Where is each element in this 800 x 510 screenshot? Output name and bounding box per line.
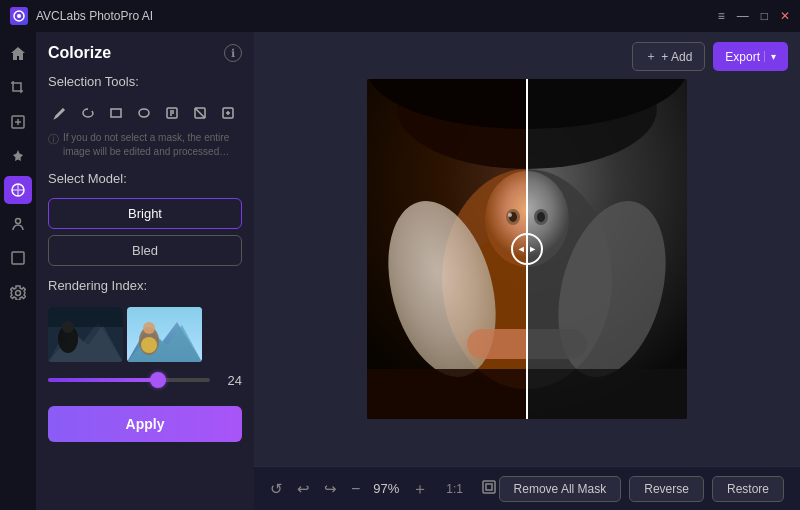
app-icon [10, 7, 28, 25]
maximize-btn[interactable]: □ [761, 10, 768, 22]
refresh-icon[interactable]: ↺ [270, 480, 283, 498]
sidebar-colorize[interactable] [4, 176, 32, 204]
sidebar-effects[interactable] [4, 142, 32, 170]
tool-add[interactable] [216, 101, 240, 125]
sidebar-icons [0, 32, 36, 510]
tool-pen[interactable] [48, 101, 72, 125]
window-controls[interactable]: ≡ — □ ✕ [718, 10, 790, 22]
selection-tools: Selection Tools: [48, 74, 242, 159]
restore-btn[interactable]: Restore [712, 476, 784, 502]
toolbar-left: ↺ ↩ ↪ − 97% ＋ 1:1 [270, 479, 497, 498]
svg-point-8 [139, 109, 149, 117]
tool-mask[interactable] [188, 101, 212, 125]
export-label: Export [725, 50, 760, 64]
compare-divider[interactable]: ◄ ► [526, 79, 528, 419]
svg-rect-52 [467, 329, 527, 359]
model-section: Select Model: Bright Bled [48, 171, 242, 266]
panel-header: Colorize ℹ [48, 44, 242, 62]
bottom-toolbar: ↺ ↩ ↪ − 97% ＋ 1:1 [254, 466, 800, 510]
image-area: ◄ ► [254, 32, 800, 466]
zoom-out-btn[interactable]: − [351, 481, 360, 497]
apply-button[interactable]: Apply [48, 406, 242, 442]
undo-icon[interactable]: ↩ [297, 480, 310, 498]
sidebar-settings[interactable] [4, 278, 32, 306]
tools-row [48, 101, 242, 125]
svg-point-6 [16, 291, 21, 296]
slider-fill [48, 378, 158, 382]
svg-point-4 [16, 219, 21, 224]
add-icon: ＋ [645, 48, 657, 65]
divider-handle[interactable]: ◄ ► [511, 233, 543, 265]
photo-color-half [367, 79, 527, 419]
hint-message: If you do not select a mask, the entire … [63, 131, 242, 159]
export-chevron-icon[interactable]: ▾ [764, 51, 776, 62]
export-button[interactable]: Export ▾ [713, 42, 788, 71]
svg-rect-53 [367, 369, 527, 419]
zoom-ratio-btn[interactable]: 1:1 [442, 480, 467, 498]
sidebar-enhance[interactable] [4, 108, 32, 136]
tool-rect[interactable] [104, 101, 128, 125]
toolbar-right: Remove All Mask Reverse Restore [499, 476, 784, 502]
info-icon[interactable]: ℹ [224, 44, 242, 62]
close-btn[interactable]: ✕ [780, 10, 790, 22]
photo-color [367, 79, 527, 419]
minimize-btn[interactable]: — [737, 10, 749, 22]
fit-btn[interactable] [481, 479, 497, 498]
add-button[interactable]: ＋ + Add [632, 42, 705, 71]
redo-icon[interactable]: ↪ [324, 480, 337, 498]
svg-rect-16 [48, 307, 123, 327]
selection-tools-label: Selection Tools: [48, 74, 242, 89]
left-panel: Colorize ℹ Selection Tools: [36, 32, 254, 510]
zoom-in-btn[interactable]: ＋ [412, 481, 428, 497]
rendering-slider[interactable] [48, 370, 210, 390]
preview-color [127, 307, 202, 362]
model-bright-btn[interactable]: Bright [48, 198, 242, 229]
svg-point-1 [17, 14, 21, 18]
model-section-label: Select Model: [48, 171, 242, 186]
hint-icon: ⓘ [48, 132, 59, 147]
svg-point-23 [143, 322, 155, 334]
rendering-label: Rendering Index: [48, 278, 242, 293]
rendering-section: Rendering Index: [48, 278, 242, 390]
slider-track [48, 378, 210, 382]
sidebar-portrait[interactable] [4, 210, 32, 238]
canvas-topbar: ＋ + Add Export ▾ [632, 42, 788, 71]
menu-btn[interactable]: ≡ [718, 10, 725, 22]
title-bar-left: AVCLabs PhotoPro AI [10, 7, 153, 25]
slider-row: 24 [48, 370, 242, 390]
app-title: AVCLabs PhotoPro AI [36, 9, 153, 23]
svg-point-24 [141, 337, 157, 353]
svg-rect-5 [12, 252, 24, 264]
hint-text: ⓘ If you do not select a mask, the entir… [48, 131, 242, 159]
divider-arrows-icon: ◄ ► [517, 244, 537, 254]
svg-point-33 [537, 212, 545, 222]
panel-title: Colorize [48, 44, 111, 62]
tool-ellipse[interactable] [132, 101, 156, 125]
tool-lasso[interactable] [76, 101, 100, 125]
svg-rect-7 [111, 109, 121, 117]
reverse-btn[interactable]: Reverse [629, 476, 704, 502]
model-bled-btn[interactable]: Bled [48, 235, 242, 266]
canvas-area: ＋ + Add Export ▾ [254, 32, 800, 510]
add-label: + Add [661, 50, 692, 64]
svg-point-18 [62, 321, 74, 333]
sidebar-home[interactable] [4, 40, 32, 68]
compare-container: ◄ ► [367, 79, 687, 419]
svg-point-48 [508, 213, 512, 217]
sidebar-background[interactable] [4, 244, 32, 272]
svg-rect-55 [483, 481, 495, 493]
preview-strip [48, 307, 242, 362]
main-content: Colorize ℹ Selection Tools: [0, 32, 800, 510]
slider-thumb[interactable] [150, 372, 166, 388]
tool-magic[interactable] [160, 101, 184, 125]
title-bar: AVCLabs PhotoPro AI ≡ — □ ✕ [0, 0, 800, 32]
sidebar-crop[interactable] [4, 74, 32, 102]
remove-mask-btn[interactable]: Remove All Mask [499, 476, 622, 502]
zoom-controls: − 97% ＋ [351, 481, 428, 497]
zoom-value: 97% [368, 481, 404, 496]
svg-line-11 [195, 108, 205, 118]
preview-bw [48, 307, 123, 362]
slider-value: 24 [218, 373, 242, 388]
